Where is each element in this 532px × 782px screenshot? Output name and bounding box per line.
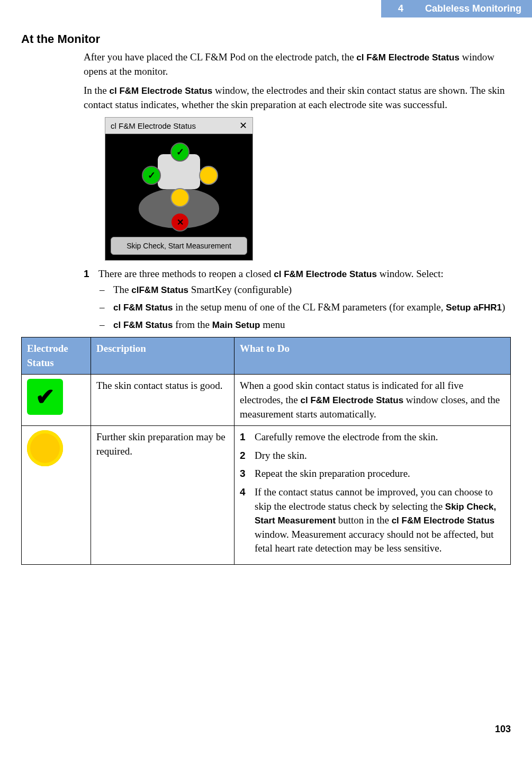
paragraph-1: After you have placed the CL F&M Pod on … [84, 50, 511, 78]
step-text: There are three methods to reopen a clos… [98, 268, 444, 280]
step-number: 1 [84, 268, 91, 280]
screenshot-title: cl F&M Electrode Status [111, 121, 196, 130]
status-icon-cell [22, 426, 91, 565]
section-heading: At the Monitor [21, 32, 511, 46]
electrode-status-warn-icon [199, 166, 218, 185]
status-icon-cell: ✔ [22, 375, 91, 426]
ui-term: cl F&M Electrode Status [300, 395, 403, 405]
table-row: ✔ The skin contact status is good. When … [22, 375, 511, 426]
col-description: Description [91, 337, 235, 375]
paragraph-2: In the cl F&M Electrode Status window, t… [84, 84, 511, 112]
status-good-icon: ✔ [27, 379, 63, 415]
list-item: – The clF&M Status SmartKey (configurabl… [100, 283, 511, 297]
page-number: 103 [0, 724, 532, 745]
screenshot-body: Skip Check, Start Measurement [105, 134, 253, 261]
description-cell: Further skin preparation may be required… [91, 426, 235, 565]
electrode-status-bad-icon [170, 212, 190, 232]
chapter-number: 4 [390, 2, 409, 16]
ui-term: Setup aFHR1 [446, 303, 502, 313]
col-what-to-do: What to Do [235, 337, 511, 375]
screenshot-titlebar: cl F&M Electrode Status ✕ [105, 117, 253, 134]
list-item: – cl F&M Status in the setup menu of one… [100, 300, 511, 315]
ui-term: cl F&M Electrode Status [392, 516, 495, 526]
electrode-status-table: Electrode Status Description What to Do … [21, 337, 511, 565]
ui-term: cl F&M Electrode Status [274, 269, 377, 279]
ui-term: cl F&M Status [113, 320, 173, 330]
screenshot-figure: cl F&M Electrode Status ✕ Skip Check, St… [105, 117, 253, 261]
status-warn-icon [27, 430, 63, 466]
table-header-row: Electrode Status Description What to Do [22, 337, 511, 375]
bullet-list: – The clF&M Status SmartKey (configurabl… [84, 283, 511, 332]
list-item: – cl F&M Status from the Main Setup menu [100, 318, 511, 332]
skip-check-button: Skip Check, Start Measurement [111, 237, 247, 255]
table-row: Further skin preparation may be required… [22, 426, 511, 565]
ui-term: cl F&M Electrode Status [356, 52, 459, 63]
description-cell: The skin contact status is good. [91, 375, 235, 426]
what-to-do-cell: 1Carefully remove the electrode from the… [235, 426, 511, 565]
step-1: 1 There are three methods to reopen a cl… [84, 268, 511, 280]
ui-term: Main Setup [212, 320, 260, 330]
ui-term: clF&M Status [131, 285, 188, 295]
chapter-header: 4 Cableless Monitoring [0, 0, 532, 17]
chapter-title: Cableless Monitoring [417, 2, 527, 16]
what-to-do-cell: When a good skin contact status is indic… [235, 375, 511, 426]
torso-diagram [126, 141, 232, 232]
ui-term: cl F&M Electrode Status [110, 86, 213, 96]
close-icon: ✕ [239, 121, 247, 130]
ui-term: cl F&M Status [113, 303, 173, 313]
col-electrode-status: Electrode Status [22, 337, 91, 375]
